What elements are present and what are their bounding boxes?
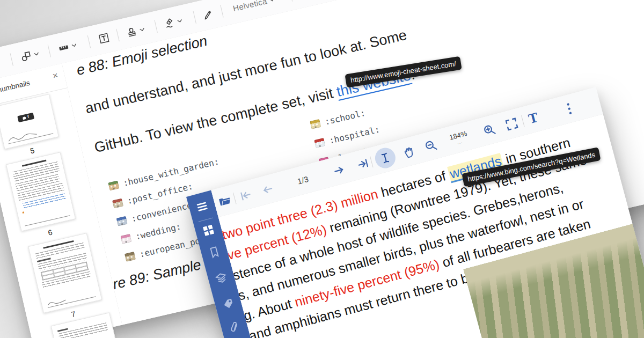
european-post-office-icon	[125, 252, 136, 262]
thumbnail-page-number: 6	[47, 228, 53, 237]
measure-icon[interactable]	[57, 39, 78, 54]
overflow-menu-icon[interactable]	[566, 102, 573, 115]
open-file-icon[interactable]	[217, 194, 232, 208]
stamp-icon[interactable]	[125, 24, 146, 38]
thumbnail-page-7[interactable]	[28, 233, 102, 313]
signature-squiggle	[6, 129, 39, 143]
emoji-code: :house_with_garden:	[122, 156, 220, 188]
hospital-icon	[314, 138, 325, 148]
house-with-garden-icon	[108, 181, 119, 191]
toolbar-divider	[220, 5, 223, 18]
attachments-icon[interactable]	[228, 320, 241, 334]
thumbnail-page-5[interactable]: f	[0, 94, 59, 149]
bookmarks-icon[interactable]	[208, 245, 221, 259]
text-select-tool-icon[interactable]	[373, 145, 398, 171]
thumbnail-page-number: 7	[70, 310, 76, 319]
close-icon[interactable]: ×	[52, 70, 59, 82]
desktop-background: Helvetica Thumbnails × f 5	[0, 0, 644, 338]
chevron-down-icon	[269, 0, 276, 2]
first-page-icon[interactable]	[238, 188, 253, 202]
toolbar-divider	[521, 115, 525, 127]
tags-icon[interactable]	[221, 297, 236, 311]
chevron-down-icon	[139, 27, 145, 32]
fullscreen-icon[interactable]	[504, 116, 519, 132]
thumbnails-view-icon[interactable]	[201, 223, 216, 238]
toolbar-divider	[154, 20, 157, 33]
text-box-icon[interactable]	[98, 32, 111, 45]
emoji-code: :school:	[324, 108, 366, 127]
post-office-icon	[112, 199, 123, 209]
figure-caption: re 89: Sample	[111, 256, 203, 293]
toolbar-divider	[370, 156, 374, 168]
toolbar-divider	[87, 35, 91, 48]
zoom-out-icon[interactable]	[423, 138, 438, 153]
text-tool-icon[interactable]: T	[527, 111, 539, 127]
chevron-down-icon	[71, 43, 77, 48]
toolbar-divider	[193, 11, 196, 24]
zoom-level[interactable]: 184% ...	[445, 129, 473, 148]
toolbar-divider	[116, 29, 119, 42]
facebook-icon: f	[27, 115, 29, 119]
pen-icon[interactable]	[202, 8, 215, 21]
layers-icon[interactable]	[214, 271, 229, 285]
toolbar-divider	[48, 45, 51, 57]
ink-pen-icon[interactable]	[163, 15, 184, 30]
convenience-store-icon	[116, 216, 128, 226]
chevron-down-icon	[177, 18, 182, 23]
sidebar-divider	[199, 217, 213, 222]
emoji-code: :hospital:	[328, 124, 380, 146]
toolbar-divider	[10, 53, 13, 66]
menu-icon[interactable]	[195, 200, 209, 212]
shapes-icon[interactable]	[20, 48, 41, 63]
emoji-row: :school:	[310, 108, 367, 130]
font-selector[interactable]: Helvetica	[232, 0, 276, 13]
next-page-icon[interactable]	[332, 164, 347, 178]
emoji-row: :house_with_garden:	[108, 156, 220, 192]
zoom-in-icon[interactable]	[481, 122, 497, 138]
previous-page-icon[interactable]	[260, 183, 275, 197]
last-page-icon[interactable]	[355, 157, 370, 171]
twitter-icon	[23, 116, 26, 120]
wedding-icon	[120, 234, 131, 244]
thumbnails-panel-title: Thumbnails	[0, 79, 31, 95]
page-indicator: 1/3	[289, 172, 317, 188]
thumbnail-page-number: 5	[30, 146, 35, 155]
thumbnail-page-6[interactable]	[6, 152, 76, 231]
thumbnail-page-8[interactable]	[51, 312, 117, 338]
chevron-down-icon	[33, 52, 39, 56]
social-icons-thumb: f	[17, 113, 34, 122]
toolbar-divider	[289, 0, 292, 2]
toolbar-divider	[233, 193, 237, 204]
school-icon	[310, 119, 321, 129]
hand-tool-icon[interactable]	[401, 144, 416, 159]
font-selector-value: Helvetica	[232, 0, 268, 13]
emoji-code: :wedding:	[134, 221, 182, 241]
zoom-menu-dots: ...	[457, 139, 463, 145]
